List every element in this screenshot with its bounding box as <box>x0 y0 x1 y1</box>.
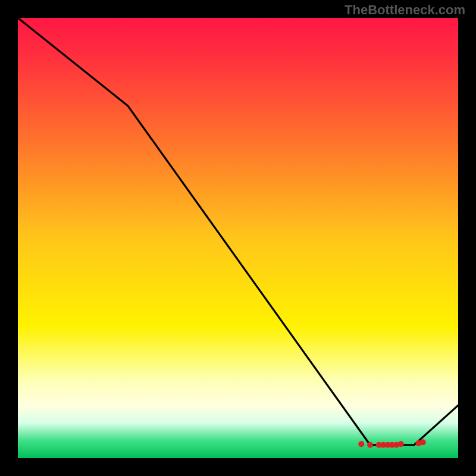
marker-point <box>398 441 404 447</box>
marker-point <box>358 441 364 447</box>
marker-point <box>420 439 426 445</box>
chart-svg <box>0 0 476 476</box>
marker-point <box>367 442 373 448</box>
plot-background <box>18 18 458 458</box>
watermark: TheBottleneck.com <box>345 2 465 18</box>
